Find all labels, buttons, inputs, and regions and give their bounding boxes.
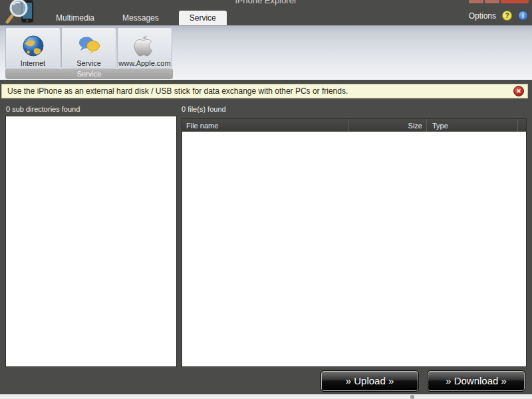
ribbon: Internet Service (0, 25, 532, 80)
hint-text: Use the iPhone as an external hard disk … (2, 86, 513, 96)
apple-website-button[interactable]: www.Apple.com (117, 27, 172, 69)
minimize-button[interactable] (469, 0, 483, 3)
files-status: 0 file(s) found (182, 105, 226, 113)
window-title: iPhone Explorer (0, 0, 532, 5)
ribbon-button-label: Service (76, 59, 101, 67)
ribbon-group-caption: Service (5, 69, 173, 79)
maximize-button[interactable] (485, 0, 499, 3)
column-size[interactable]: Size (348, 119, 427, 132)
options-menu[interactable]: Options (469, 11, 496, 21)
close-button[interactable] (501, 0, 529, 3)
tab-messages[interactable]: Messages (114, 11, 167, 25)
hint-close-icon[interactable]: ✕ (513, 86, 524, 96)
window-controls (469, 0, 529, 3)
titlebar-right: Options ? i (469, 11, 528, 21)
ribbon-group-service: Internet Service (5, 27, 173, 69)
ribbon-button-label: Internet (21, 59, 45, 67)
file-list-pane: File name Size Type (182, 118, 527, 367)
service-button[interactable]: Service (61, 27, 116, 69)
file-list-header: File name Size Type (182, 119, 526, 132)
tab-multimedia[interactable]: Multimedia (48, 11, 102, 25)
upload-button[interactable]: » Upload » (321, 370, 419, 392)
status-bar (0, 394, 532, 399)
hint-bar: Use the iPhone as an external hard disk … (1, 84, 528, 98)
directory-tree-pane[interactable] (5, 116, 177, 367)
app-window: iPhone Explorer Multimedia Messages Serv… (0, 0, 532, 399)
chat-bubbles-icon (77, 34, 101, 58)
download-button[interactable]: » Download » (427, 370, 525, 392)
info-icon[interactable]: i (518, 11, 528, 21)
directories-status: 0 sub directories found (6, 105, 80, 113)
globe-icon (21, 34, 45, 58)
internet-button[interactable]: Internet (5, 27, 61, 69)
help-icon[interactable]: ? (502, 11, 512, 21)
file-list-body[interactable] (182, 132, 526, 366)
column-stub (518, 119, 526, 132)
status-grip-dot (410, 395, 414, 399)
column-type[interactable]: Type (427, 119, 518, 132)
app-logo-icon (4, 0, 37, 25)
tab-strip: Multimedia Messages Service (48, 11, 227, 25)
apple-logo-icon (133, 34, 157, 58)
tab-service[interactable]: Service (179, 11, 227, 25)
ribbon-button-label: www.Apple.com (118, 59, 170, 67)
column-file-name[interactable]: File name (182, 119, 348, 132)
